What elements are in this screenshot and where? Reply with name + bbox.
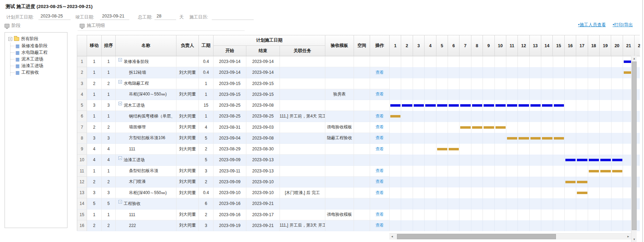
calendar-input[interactable] xyxy=(212,13,254,20)
cell-start-date: 2023-09-04 xyxy=(214,133,246,144)
view-action-link[interactable]: 查看 xyxy=(376,179,384,185)
gantt-bar-segment[interactable] xyxy=(542,137,552,140)
gantt-bar-segment[interactable] xyxy=(565,181,576,183)
gantt-bar-segment[interactable] xyxy=(437,104,447,107)
task-name-label: 吊柜(深400～550㎜) xyxy=(129,190,167,196)
table-row: 944111刘大同董22023-08-292023-08-30查看 xyxy=(77,144,640,155)
vertical-scroll-thumb[interactable] xyxy=(632,62,637,230)
cell-task-name: 油漆工进场 xyxy=(116,155,176,165)
gantt-bar-segment[interactable] xyxy=(530,137,541,140)
gantt-bar-segment[interactable] xyxy=(495,104,506,107)
horizontal-scroll-thumb[interactable] xyxy=(397,234,556,239)
gantt-bar-segment[interactable] xyxy=(624,71,631,74)
cell-space xyxy=(354,133,370,144)
total-duration-label: 总工期: xyxy=(138,14,152,20)
tree-root-all-stages[interactable]: 所有阶段 xyxy=(8,35,66,43)
vertical-scrollbar[interactable]: ▲ ▼ xyxy=(631,56,637,242)
gantt-bar-segment[interactable] xyxy=(542,104,552,107)
view-action-link[interactable]: 查看 xyxy=(376,168,384,174)
gantt-bar-segment[interactable] xyxy=(460,104,470,107)
cell-task-name: 方型铝扣板吊顶106 xyxy=(116,133,176,144)
collapse-minus-icon[interactable] xyxy=(118,58,122,62)
gantt-bar-segment[interactable] xyxy=(507,137,517,140)
gantt-bar-segment[interactable] xyxy=(437,148,447,150)
gantt-bar-segment[interactable] xyxy=(472,104,482,107)
print-export-link[interactable]: •打印/导出 xyxy=(613,22,633,27)
gantt-bar-segment[interactable] xyxy=(484,126,494,129)
gantt-bar-segment[interactable] xyxy=(449,148,459,150)
gantt-bar-segment[interactable] xyxy=(554,137,564,140)
tree-item-stage[interactable]: ▦泥木工进场 xyxy=(10,56,66,63)
cell-action: 查看 xyxy=(370,187,390,198)
gantt-bar-segment[interactable] xyxy=(577,192,587,194)
finish-date-input[interactable]: 2023-09-21 xyxy=(100,13,129,20)
gantt-bar-segment[interactable] xyxy=(472,126,482,129)
gantt-bar-segment[interactable] xyxy=(624,60,631,63)
view-action-link[interactable]: 查看 xyxy=(376,222,384,228)
gantt-bar-segment[interactable] xyxy=(519,137,529,140)
gantt-bar-segment[interactable] xyxy=(449,104,459,107)
gantt-bar-segment[interactable] xyxy=(589,170,599,172)
gantt-bar-segment[interactable] xyxy=(484,104,494,107)
gantt-bar-segment[interactable] xyxy=(402,104,412,107)
gantt-bar-segment[interactable] xyxy=(577,159,587,161)
cell-owner: 刘大同董 xyxy=(176,122,199,133)
cell-duration: 0.4 xyxy=(199,67,214,78)
scroll-up-arrow-icon[interactable]: ▲ xyxy=(631,57,637,60)
day-column-header: 10 xyxy=(495,35,506,56)
gantt-bar-segment[interactable] xyxy=(460,126,470,129)
gantt-bar-segment[interactable] xyxy=(612,170,622,172)
tree-item-stage[interactable]: ▦油漆工进场 xyxy=(10,63,66,69)
view-action-link[interactable]: 查看 xyxy=(376,124,384,130)
scroll-right-arrow-icon[interactable]: ► xyxy=(627,235,630,238)
cell-start-date: 2023-08-25 xyxy=(214,111,246,122)
plan-start-input[interactable]: 2023-08-25 xyxy=(38,13,71,20)
cell-duration: 5 xyxy=(199,155,214,165)
cell-action: 查看 xyxy=(370,209,390,220)
view-action-link[interactable]: 查看 xyxy=(376,146,384,152)
gantt-bar-segment[interactable] xyxy=(495,126,506,129)
gantt-bar-segment[interactable] xyxy=(589,159,599,161)
horizontal-scrollbar[interactable]: ◄ ► xyxy=(389,233,631,240)
cell-duration: 3 xyxy=(199,166,214,177)
view-action-link[interactable]: 查看 xyxy=(376,135,384,141)
scroll-down-arrow-icon[interactable]: ▼ xyxy=(631,238,637,241)
collapse-minus-icon[interactable] xyxy=(118,200,122,204)
gantt-bar-segment[interactable] xyxy=(577,181,587,183)
gantt-bar-segment[interactable] xyxy=(507,104,517,107)
cell-acceptance-template: 验房表 xyxy=(325,89,354,100)
cell-owner xyxy=(176,78,199,89)
cell-end-date: 2023-09-08 xyxy=(246,100,280,111)
day-column-header: 17 xyxy=(576,35,588,56)
tree-item-stage[interactable]: ▦装修准备阶段 xyxy=(10,43,66,49)
collapse-icon[interactable] xyxy=(8,37,12,41)
gantt-bar-segment[interactable] xyxy=(519,104,529,107)
total-duration-input[interactable]: 28 xyxy=(154,13,176,20)
workers-view-link[interactable]: •施工人员查看 xyxy=(578,22,606,27)
gantt-bar-segment[interactable] xyxy=(425,104,435,107)
gantt-row xyxy=(390,100,631,111)
collapse-minus-icon[interactable] xyxy=(118,102,122,105)
gantt-bar-segment[interactable] xyxy=(414,104,424,107)
plan-start-label: 计划开工日期: xyxy=(6,14,34,20)
gantt-bar-segment[interactable] xyxy=(600,159,610,161)
view-action-link[interactable]: 查看 xyxy=(376,212,384,218)
gantt-bar-segment[interactable] xyxy=(612,159,622,161)
tree-item-stage[interactable]: ▦工程验收 xyxy=(10,69,66,76)
view-action-link[interactable]: 查看 xyxy=(376,70,384,76)
gantt-bar-segment[interactable] xyxy=(565,159,576,161)
gantt-bar-segment[interactable] xyxy=(554,104,564,107)
collapse-minus-icon[interactable] xyxy=(118,80,122,84)
gantt-row xyxy=(390,220,631,231)
view-action-link[interactable]: 查看 xyxy=(376,113,384,119)
view-action-link[interactable]: 查看 xyxy=(376,190,384,196)
gantt-bar-segment[interactable] xyxy=(390,115,400,118)
collapse-minus-icon[interactable] xyxy=(118,156,122,160)
gantt-bar-segment[interactable] xyxy=(530,104,541,107)
cell-acceptance-template: 强电验收模板 xyxy=(325,209,354,220)
scroll-left-arrow-icon[interactable]: ◄ xyxy=(391,235,393,238)
gantt-bar-segment[interactable] xyxy=(390,104,400,107)
gantt-bar-segment[interactable] xyxy=(600,170,610,172)
tree-item-stage[interactable]: ▦水电隐蔽工程 xyxy=(10,49,66,56)
view-action-link[interactable]: 查看 xyxy=(376,91,384,97)
